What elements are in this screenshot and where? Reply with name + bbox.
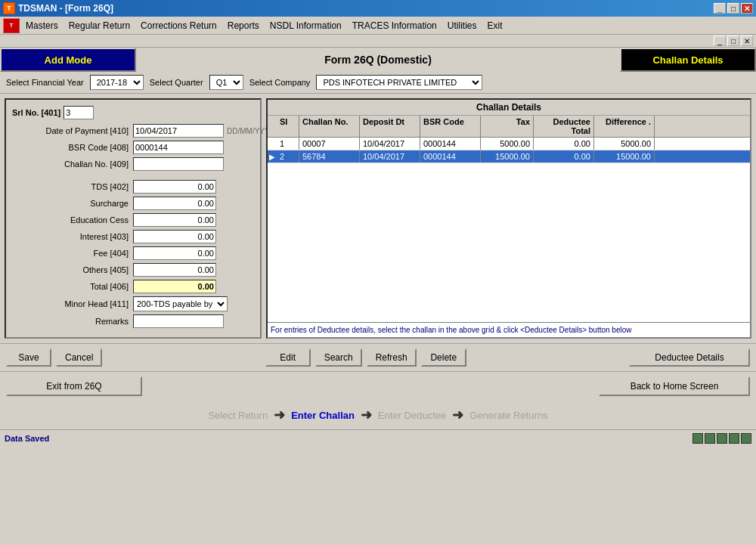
edit-button[interactable]: Edit [265,348,311,367]
row-si: 1 [277,138,299,150]
inner-close-button[interactable]: ✕ [741,36,753,46]
row-si: 2 [277,150,299,163]
close-button[interactable]: ✕ [741,3,753,14]
menu-corrections-return[interactable]: Corrections Return [136,19,222,33]
surcharge-label: Surcharge [12,199,133,208]
search-button[interactable]: Search [315,348,362,367]
others-input[interactable] [133,263,216,277]
bsr-code-input[interactable] [133,141,224,154]
col-header-diff: Difference . [594,116,655,137]
tds-label: TDS [402] [12,182,133,191]
challan-no-input[interactable] [133,157,224,171]
col-header-tax: Tax [481,116,534,137]
others-label: Others [405] [12,265,133,274]
status-block-3 [717,433,727,444]
remarks-label: Remarks [12,317,133,326]
fee-label: Fee [404] [12,249,133,258]
exit-from-26q-button[interactable]: Exit from 26Q [6,376,142,396]
title-bar: T TDSMAN - [Form 26Q] _ □ ✕ [0,0,756,17]
status-indicators [692,433,751,444]
interest-input[interactable] [133,230,216,243]
challan-no-label: Challan No. [409] [12,159,133,169]
financial-year-select[interactable]: 2017-18 [90,75,144,90]
row-indicator: ▶ [268,150,277,163]
inner-minimize-button[interactable]: _ [714,36,726,46]
total-label: Total [406] [12,282,133,291]
menu-masters[interactable]: Masters [21,19,63,33]
srl-label: Srl No. [401] [12,108,60,117]
selector-row: Select Financial Year 2017-18 Select Qua… [0,72,756,94]
window-title: TDSMAN - [Form 26Q] [18,3,113,14]
workflow-arrow-3: ➜ [452,407,463,423]
status-block-1 [692,433,703,444]
delete-button[interactable]: Delete [421,348,466,367]
workflow-step-enter-deductee: Enter Deductee [378,410,446,421]
col-header-deductee: Deductee Total [534,116,594,137]
workflow-arrow-1: ➜ [274,407,285,423]
save-button[interactable]: Save [6,348,51,367]
minor-head-select[interactable]: 200-TDS payable by taxpayer [133,296,228,311]
back-to-home-screen-button[interactable]: Back to Home Screen [599,376,750,396]
minor-head-label: Minor Head [411] [12,299,133,308]
date-payment-input[interactable] [133,124,224,138]
deductee-details-button[interactable]: Deductee Details [629,348,750,367]
workflow-step-select-return: Select Return [208,410,268,421]
interest-label: Interest [403] [12,232,133,241]
grid-footer: For entries of Deductee details, select … [268,322,750,337]
challan-details-button[interactable]: Challan Details [620,48,756,72]
app-icon: T [3,2,15,14]
company-label: Select Company [249,78,311,87]
row-deductee: 0.00 [534,150,594,163]
status-bar: Data Saved [0,429,756,446]
row-bsr: 0000144 [420,138,481,150]
buttons-row: Save Cancel Edit Search Refresh Delete D… [0,343,756,371]
total-input[interactable] [133,280,216,293]
surcharge-input[interactable] [133,197,216,210]
add-mode-button[interactable]: Add Mode [0,48,136,72]
menu-nsdl-information[interactable]: NSDL Information [265,19,346,33]
quarter-select[interactable]: Q1 [209,75,243,90]
fee-input[interactable] [133,246,216,260]
menu-exit[interactable]: Exit [482,19,507,33]
date-payment-label: Date of Payment [410] [12,126,133,135]
row-deposit: 10/04/2017 [360,138,420,150]
row-tax: 15000.00 [481,150,534,163]
remarks-input[interactable] [133,314,224,328]
status-block-4 [729,433,739,444]
minimize-button[interactable]: _ [714,3,726,14]
table-row[interactable]: ▶ 2 56784 10/04/2017 0000144 15000.00 0.… [268,150,750,163]
financial-year-label: Select Financial Year [6,78,84,87]
menu-regular-return[interactable]: Regular Return [64,19,135,33]
bsr-code-label: BSR Code [408] [12,143,133,152]
refresh-button[interactable]: Refresh [367,348,417,367]
col-header-bsr: BSR Code [420,116,481,137]
grid-header: Sl Challan No. Deposit Dt BSR Code Tax D… [268,116,750,138]
srl-input[interactable] [64,106,94,119]
form-title: Form 26Q (Domestic) [136,48,620,72]
menu-traces-information[interactable]: TRACES Information [348,19,442,33]
menu-reports[interactable]: Reports [223,19,264,33]
menu-bar: T Masters Regular Return Corrections Ret… [0,17,756,35]
quarter-label: Select Quarter [150,78,203,87]
inner-restore-button[interactable]: □ [727,36,739,46]
education-cess-input[interactable] [133,213,216,227]
app-logo: T [3,18,20,33]
mode-header: Add Mode Form 26Q (Domestic) Challan Det… [0,48,756,72]
table-row[interactable]: 1 00007 10/04/2017 0000144 5000.00 0.00 … [268,138,750,150]
workflow-arrow-2: ➜ [361,407,372,423]
main-area: Srl No. [401] Date of Payment [410] DD/M… [0,94,756,343]
left-panel: Srl No. [401] Date of Payment [410] DD/M… [5,98,262,339]
tds-input[interactable] [133,180,216,194]
restore-button[interactable]: □ [727,3,739,14]
status-block-2 [705,433,715,444]
company-select[interactable]: PDS INFOTECH PRIVATE LIMITED [316,75,482,90]
education-cess-label: Education Cess [12,215,133,225]
row-deductee: 0.00 [534,138,594,150]
challan-grid-title: Challan Details [268,100,750,116]
row-bsr: 0000144 [420,150,481,163]
workflow-step-enter-challan: Enter Challan [291,410,355,421]
menu-utilities[interactable]: Utilities [443,19,482,33]
row-tax: 5000.00 [481,138,534,150]
cancel-button[interactable]: Cancel [56,348,102,367]
col-header-si: Sl [277,116,299,137]
